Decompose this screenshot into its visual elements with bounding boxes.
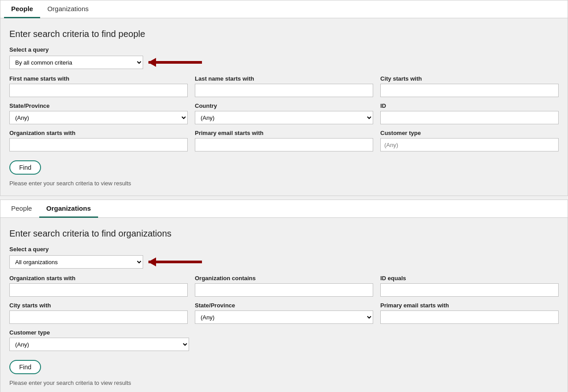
- tab-people-2[interactable]: People: [4, 200, 39, 218]
- form-row-2-orgs: City starts with State/Province (Any) Pr…: [9, 302, 559, 324]
- customer-type-input[interactable]: [380, 138, 559, 151]
- form-group-org-starts: Organization starts with: [9, 275, 188, 297]
- form-group-email: Primary email starts with: [195, 130, 373, 151]
- panel-people: People Organizations Enter search criter…: [0, 0, 568, 196]
- form-row-1-orgs: Organization starts with Organization co…: [9, 275, 559, 297]
- state-orgs-label: State/Province: [195, 302, 373, 309]
- form-group-firstname: First name starts with: [9, 75, 188, 97]
- find-button-people[interactable]: Find: [9, 160, 41, 175]
- id-input[interactable]: [380, 111, 559, 124]
- arrow-line-orgs: [148, 261, 202, 263]
- org-contains-label: Organization contains: [195, 275, 373, 282]
- tab-bar-2: People Organizations: [0, 200, 568, 218]
- form-group-org: Organization starts with: [9, 130, 188, 151]
- query-select-orgs[interactable]: All organizations: [9, 255, 143, 269]
- form-group-email-orgs: Primary email starts with: [380, 302, 559, 324]
- find-button-orgs[interactable]: Find: [9, 360, 41, 374]
- form-group-state-orgs: State/Province (Any): [195, 302, 373, 324]
- tab-organizations-1[interactable]: Organizations: [40, 0, 96, 18]
- customer-type-orgs-select[interactable]: (Any): [9, 338, 189, 351]
- email-label: Primary email starts with: [195, 130, 373, 136]
- country-select[interactable]: (Any): [195, 111, 373, 124]
- tab-bar-1: People Organizations: [0, 0, 568, 18]
- form-group-city: City starts with: [380, 75, 559, 97]
- id-equals-input[interactable]: [380, 283, 559, 297]
- lastname-label: Last name starts with: [195, 75, 373, 82]
- form-group-customer-type: Customer type: [380, 130, 559, 151]
- state-orgs-select[interactable]: (Any): [195, 310, 373, 324]
- arrow-annotation-orgs: [148, 261, 202, 263]
- panel-organizations: People Organizations Enter search criter…: [0, 200, 568, 392]
- arrow-annotation-people: [148, 61, 202, 64]
- form-group-state: State/Province (Any): [9, 102, 188, 124]
- fields-people: First name starts with Last name starts …: [9, 75, 559, 151]
- query-label-people: Select a query: [9, 46, 559, 53]
- city-orgs-label: City starts with: [9, 302, 188, 309]
- form-group-id: ID: [380, 102, 559, 124]
- form-group-customer-type-orgs: Customer type (Any): [9, 329, 189, 351]
- query-select-wrap-orgs: All organizations: [9, 255, 559, 269]
- lastname-input[interactable]: [195, 84, 373, 97]
- form-row-3-orgs: Customer type (Any): [9, 329, 559, 351]
- id-label: ID: [380, 102, 559, 109]
- panel-body-organizations: Enter search criteria to find organizati…: [0, 218, 568, 392]
- query-select-people[interactable]: By all common criteria: [9, 56, 143, 69]
- state-select[interactable]: (Any): [9, 111, 188, 124]
- query-select-wrap-people: By all common criteria: [9, 56, 559, 69]
- city-orgs-input[interactable]: [9, 310, 188, 324]
- section-title-organizations: Enter search criteria to find organizati…: [9, 229, 559, 239]
- tab-people-1[interactable]: People: [4, 0, 40, 18]
- country-label: Country: [195, 102, 373, 109]
- org-contains-input[interactable]: [195, 283, 373, 297]
- section-title-people: Enter search criteria to find people: [9, 29, 559, 39]
- email-orgs-input[interactable]: [380, 310, 559, 324]
- arrow-line-people: [148, 61, 202, 64]
- form-group-lastname: Last name starts with: [195, 75, 373, 97]
- org-input[interactable]: [9, 138, 188, 151]
- hint-orgs: Please enter your search criteria to vie…: [9, 380, 559, 386]
- state-label: State/Province: [9, 102, 188, 109]
- id-equals-label: ID equals: [380, 275, 559, 282]
- form-row-1-people: First name starts with Last name starts …: [9, 75, 559, 97]
- fields-orgs: Organization starts with Organization co…: [9, 275, 559, 351]
- firstname-input[interactable]: [9, 84, 188, 97]
- org-starts-label: Organization starts with: [9, 275, 188, 282]
- email-input[interactable]: [195, 138, 373, 151]
- form-row-3-people: Organization starts with Primary email s…: [9, 130, 559, 151]
- email-orgs-label: Primary email starts with: [380, 302, 559, 309]
- query-label-orgs: Select a query: [9, 246, 559, 253]
- tab-organizations-2[interactable]: Organizations: [39, 200, 98, 218]
- form-group-org-contains: Organization contains: [195, 275, 373, 297]
- customer-type-label: Customer type: [380, 130, 559, 136]
- org-label: Organization starts with: [9, 130, 188, 136]
- org-starts-input[interactable]: [9, 283, 188, 297]
- form-group-id-equals: ID equals: [380, 275, 559, 297]
- firstname-label: First name starts with: [9, 75, 188, 82]
- city-input[interactable]: [380, 84, 559, 97]
- customer-type-orgs-label: Customer type: [9, 329, 189, 336]
- city-label: City starts with: [380, 75, 559, 82]
- hint-people: Please enter your search criteria to vie…: [9, 180, 559, 187]
- panel-body-people: Enter search criteria to find people Sel…: [0, 18, 568, 196]
- form-group-country: Country (Any): [195, 102, 373, 124]
- form-row-2-people: State/Province (Any) Country (Any) ID: [9, 102, 559, 124]
- form-group-city-orgs: City starts with: [9, 302, 188, 324]
